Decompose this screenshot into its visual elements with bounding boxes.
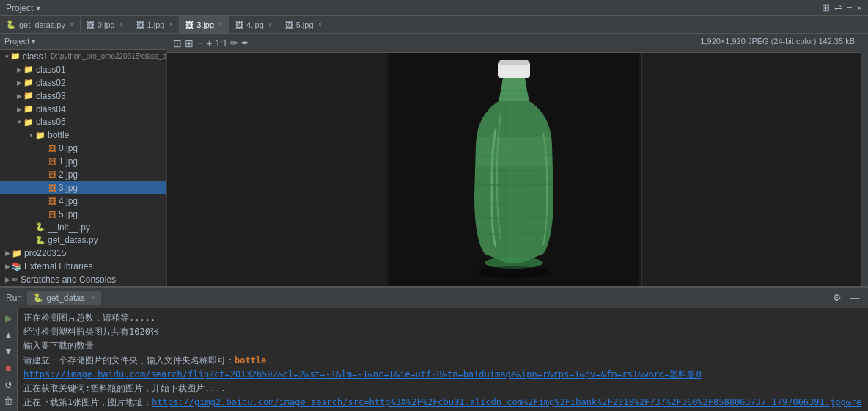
tree-item-class1[interactable]: ▾ 📁 class1 D:\python_pro_omo220315\class… <box>0 50 166 63</box>
folder-icon: 📁 <box>23 117 34 127</box>
image-area: ⊡ ⊞ − + 1:1 ✏ ✒ 1,920×1,920 JPEG (24-bit… <box>167 34 861 286</box>
icon-close[interactable]: × <box>856 2 862 13</box>
tab-bar: 🐍 get_datas.py × 🖼 0.jpg × 🖼 1.jpg × 🖼 3… <box>0 16 868 34</box>
folder-icon: 📁 <box>23 65 34 74</box>
tab-close-3jpg[interactable]: × <box>218 21 223 29</box>
tree-item-scratches[interactable]: ▶ ✏ Scratches and Consoles <box>0 273 166 286</box>
tab-1jpg[interactable]: 🖼 1.jpg × <box>130 16 180 34</box>
path-label: D:\python_pro_omo220315\class_d <box>51 52 166 60</box>
console-line: 正在检测图片总数，请稍等..... <box>23 311 862 325</box>
tree-item-bottle[interactable]: ▾ 📁 bottle <box>0 128 166 142</box>
run-tab-label: get_datas <box>46 293 85 303</box>
tree-item-0jpg[interactable]: ▶ 🖼 0.jpg <box>0 142 166 155</box>
zoom-in-icon[interactable]: + <box>206 37 212 49</box>
title-bar-icons: ⊞ ⇌ − × <box>822 2 862 13</box>
tab-5jpg[interactable]: 🖼 5.jpg × <box>279 16 329 34</box>
tree-item-class02[interactable]: ▶ 📁 class02 <box>0 76 166 90</box>
tab-0jpg[interactable]: 🖼 0.jpg × <box>81 16 130 34</box>
sidebar-header-label: Project ▾ <box>4 37 36 46</box>
jpg-icon: 🖼 <box>48 197 56 205</box>
tree-label: get_datas.py <box>48 235 98 245</box>
jpg-icon: 🖼 <box>48 210 56 219</box>
zoom-grid-icon[interactable]: ⊞ <box>185 37 194 49</box>
tree-item-class03[interactable]: ▶ 📁 class03 <box>0 90 166 103</box>
tab-3jpg[interactable]: 🖼 3.jpg × <box>180 16 229 34</box>
tab-close-4jpg[interactable]: × <box>268 21 273 29</box>
tree-item-5jpg[interactable]: ▶ 🖼 5.jpg <box>0 208 166 221</box>
tree-item-extlibs[interactable]: ▶ 📚 External Libraries <box>0 260 166 273</box>
expand-arrow: ▾ <box>3 53 10 60</box>
tab-jpg-icon: 🖼 <box>185 21 194 29</box>
tree-item-4jpg[interactable]: ▶ 🖼 4.jpg <box>0 194 166 208</box>
tree-label: pro220315 <box>24 248 66 258</box>
console-line: 经过检测塑料瓶类图片共有1020张 <box>23 325 862 339</box>
tree-item-2jpg[interactable]: ▶ 🖼 2.jpg <box>0 168 166 181</box>
console-line: 正在下载第1张图片，图片地址：https://gimg2.baidu.com/i… <box>23 396 862 411</box>
input-value: bottle <box>235 355 266 365</box>
project-menu[interactable]: Project ▾ <box>6 3 40 13</box>
bottom-toolbar: Run: 🐍 get_datas × ⚙ — <box>0 288 868 308</box>
tab-jpg-icon: 🖼 <box>87 21 95 29</box>
scroll-down-icon[interactable]: ▼ <box>1 344 16 358</box>
jpg-icon: 🖼 <box>48 183 56 192</box>
icon-adjust[interactable]: ⇌ <box>834 2 842 13</box>
tree-item-class01[interactable]: ▶ 📁 class01 <box>0 63 166 76</box>
tree-item-class05[interactable]: ▾ 📁 class05 <box>0 115 166 128</box>
tab-close-1jpg[interactable]: × <box>169 21 173 29</box>
tab-get-datas[interactable]: 🐍 get_datas.py × <box>0 16 81 34</box>
tree-label: class01 <box>36 65 66 75</box>
tab-jpg-icon: 🖼 <box>285 21 293 29</box>
tab-label: 5.jpg <box>296 21 314 29</box>
icon-minus[interactable]: − <box>847 2 853 13</box>
scroll-up-icon[interactable]: ▲ <box>1 328 16 342</box>
run-tab[interactable]: 🐍 get_datas × <box>27 291 101 305</box>
settings-icon[interactable]: ⚙ <box>830 291 845 305</box>
edit-icon[interactable]: ✏ <box>230 37 238 48</box>
play-icon[interactable]: ▶ <box>1 311 16 325</box>
svg-point-4 <box>477 266 551 278</box>
bottle-display <box>386 53 642 286</box>
run-label: Run: <box>6 293 24 303</box>
tree-label: __init__.py <box>48 222 90 233</box>
tree-item-class04[interactable]: ▶ 📁 class04 <box>0 103 166 116</box>
tree-item-1jpg[interactable]: ▶ 🖼 1.jpg <box>0 155 166 168</box>
console-line: 正在获取关键词:塑料瓶的图片，开始下载图片.... <box>23 382 862 396</box>
jpg-icon: 🖼 <box>48 170 56 179</box>
rerun-icon[interactable]: ↺ <box>1 378 16 392</box>
tab-4jpg[interactable]: 🖼 4.jpg × <box>229 16 279 34</box>
tree-label: Scratches and Consoles <box>21 274 116 285</box>
main-content: Project ▾ ▾ 📁 class1 D:\python_pro_omo22… <box>0 34 868 286</box>
tab-close-5jpg[interactable]: × <box>318 21 323 29</box>
tree-label: 4.jpg <box>59 196 78 206</box>
zoom-out-icon[interactable]: − <box>196 37 203 50</box>
download-link-1[interactable]: https://gimg2.baidu.com/image_search/src… <box>23 397 861 411</box>
tab-label: 0.jpg <box>98 21 115 29</box>
zoom-controls: ⊡ ⊞ − + 1:1 ✏ ✒ <box>173 37 249 50</box>
image-info: 1,920×1,920 JPEG (24-bit color) 142.35 k… <box>700 37 855 46</box>
expand-arrow: ▾ <box>26 131 35 139</box>
tab-close-get-datas[interactable]: × <box>70 21 74 29</box>
stop-icon[interactable]: ■ <box>1 361 16 375</box>
tree-label: External Libraries <box>24 261 92 272</box>
tree-item-init[interactable]: ▶ 🐍 __init__.py <box>0 221 166 234</box>
zoom-fit-icon[interactable]: ⊡ <box>173 37 182 49</box>
console-line-link[interactable]: https://image.baidu.com/search/flip?ct=2… <box>23 368 862 382</box>
color-pick-icon[interactable]: ✒ <box>241 37 249 48</box>
tree-item-pro220315[interactable]: ▶ 📁 pro220315 <box>0 247 166 260</box>
icon-grid[interactable]: ⊞ <box>822 2 830 13</box>
folder-icon: 📁 <box>23 104 34 114</box>
tab-close-0jpg[interactable]: × <box>119 21 124 29</box>
project-dropdown-icon: ▾ <box>36 3 40 13</box>
tree-item-get-datas[interactable]: ▶ 🐍 get_datas.py <box>0 233 166 247</box>
run-tab-close[interactable]: × <box>91 294 95 302</box>
py-icon: 🐍 <box>35 222 45 232</box>
tab-label: 1.jpg <box>147 21 165 29</box>
right-scrollbar[interactable] <box>861 34 868 286</box>
minimize-icon[interactable]: — <box>847 291 862 305</box>
py-icon: 🐍 <box>35 236 45 245</box>
tree-item-3jpg[interactable]: ▶ 🖼 3.jpg <box>0 181 166 194</box>
tree-label: class02 <box>36 78 66 88</box>
folder-icon: 📁 <box>23 91 34 101</box>
tree-label: 3.jpg <box>59 183 78 193</box>
trash-icon[interactable]: 🗑 <box>1 394 16 408</box>
